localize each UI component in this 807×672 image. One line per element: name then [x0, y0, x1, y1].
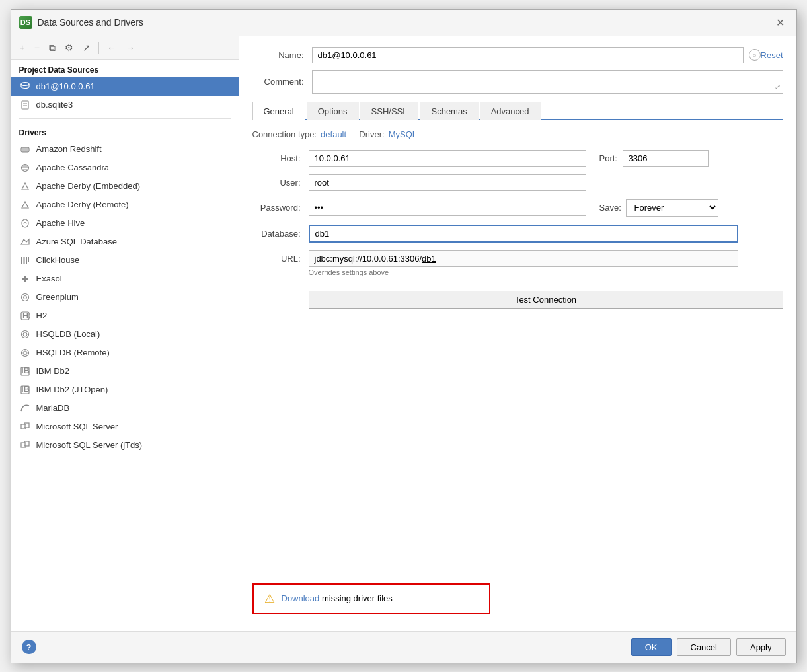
- name-status-indicator: ○: [749, 49, 761, 61]
- driver-apache-hive[interactable]: Apache Hive: [11, 214, 239, 233]
- url-db-part: db1: [422, 254, 436, 264]
- download-warning-banner: ⚠ Download missing driver files: [252, 583, 490, 614]
- bottom-bar: ? OK Cancel Apply: [11, 631, 796, 663]
- driver-mariadb[interactable]: MariaDB: [11, 399, 239, 418]
- driver-apache-cassandra[interactable]: Apache Cassandra: [11, 159, 239, 177]
- export-button[interactable]: ↗: [79, 40, 94, 55]
- comment-input[interactable]: [312, 70, 783, 94]
- driver-derby-rem-label: Apache Derby (Remote): [36, 200, 129, 209]
- remove-button[interactable]: −: [31, 40, 43, 55]
- user-input[interactable]: [309, 174, 586, 191]
- tab-schemas[interactable]: Schemas: [420, 102, 478, 120]
- driver-amazon-redshift[interactable]: Amazon Redshift: [11, 140, 239, 159]
- driver-cassandra-label: Apache Cassandra: [36, 163, 110, 172]
- driver-ibm-db2-jtopen-label: IBM Db2 (JTOpen): [36, 385, 108, 394]
- password-row: Password: Save: Forever Until restart Ne…: [252, 199, 783, 217]
- url-display: jdbc:mysql://10.0.0.61:3306/db1: [309, 250, 738, 267]
- database-label: Database:: [252, 229, 309, 239]
- driver-mssql[interactable]: Microsoft SQL Server: [11, 418, 239, 436]
- test-connection-button[interactable]: Test Connection: [309, 291, 783, 309]
- tab-ssh-ssl[interactable]: SSH/SSL: [360, 102, 419, 120]
- driver-ibm-db2[interactable]: IBM IBM Db2: [11, 362, 239, 381]
- section-divider: [19, 118, 231, 119]
- port-label: Port:: [599, 153, 623, 163]
- dialog-title: Data Sources and Drivers: [38, 17, 143, 28]
- driver-exasol[interactable]: Exasol: [11, 270, 239, 288]
- tab-options[interactable]: Options: [307, 102, 359, 120]
- port-input[interactable]: [623, 150, 709, 167]
- settings-button[interactable]: ⚙: [61, 40, 77, 55]
- save-label: Save:: [599, 203, 626, 213]
- apply-button[interactable]: Apply: [736, 638, 786, 656]
- database-input[interactable]: [309, 225, 738, 243]
- project-item-sqlite[interactable]: db.sqlite3: [11, 96, 239, 114]
- project-item-sqlite-label: db.sqlite3: [36, 100, 73, 110]
- url-base: jdbc:mysql://10.0.0.61:3306/: [315, 254, 422, 264]
- tab-general[interactable]: General: [252, 102, 305, 120]
- host-row: Host: Port:: [252, 150, 783, 167]
- driver-hsqldb-local[interactable]: HSQLDB (Local): [11, 325, 239, 344]
- name-input-wrap: ○: [312, 47, 761, 63]
- comment-wrap: ⤢: [312, 70, 783, 94]
- driver-azure-label: Azure SQL Database: [36, 237, 117, 246]
- tab-advanced[interactable]: Advanced: [480, 102, 541, 120]
- svg-rect-12: [21, 257, 22, 264]
- hsqldb-remote-icon: [19, 347, 31, 359]
- clickhouse-icon: [19, 254, 31, 266]
- connection-type-value[interactable]: default: [321, 130, 346, 139]
- driver-ibm-db2-jtopen[interactable]: IBM IBM Db2 (JTOpen): [11, 381, 239, 399]
- host-input[interactable]: [309, 150, 586, 167]
- driver-azure-sql[interactable]: Azure SQL Database: [11, 233, 239, 251]
- expand-icon: ⤢: [775, 83, 781, 91]
- svg-point-0: [21, 82, 29, 85]
- download-link[interactable]: Download: [282, 593, 320, 603]
- driver-value[interactable]: MySQL: [389, 130, 417, 139]
- driver-clickhouse[interactable]: ClickHouse: [11, 251, 239, 270]
- add-button[interactable]: +: [17, 40, 28, 55]
- driver-hsqldb-remote-label: HSQLDB (Remote): [36, 348, 110, 357]
- back-button[interactable]: ←: [104, 40, 120, 55]
- driver-mssql-jdbc-label: Microsoft SQL Server (jTds): [36, 440, 143, 450]
- driver-apache-derby-remote[interactable]: Apache Derby (Remote): [11, 196, 239, 214]
- driver-hsqldb-remote[interactable]: HSQLDB (Remote): [11, 344, 239, 362]
- ok-button[interactable]: OK: [631, 638, 672, 656]
- db1-icon: [19, 81, 31, 93]
- name-input[interactable]: [312, 47, 744, 63]
- connection-type-label: Connection type:: [252, 130, 317, 139]
- cancel-button[interactable]: Cancel: [677, 638, 731, 656]
- driver-label: Driver:: [359, 130, 384, 139]
- driver-mssql-label: Microsoft SQL Server: [36, 422, 118, 431]
- forward-button[interactable]: →: [122, 40, 138, 55]
- user-label: User:: [252, 178, 309, 188]
- password-label: Password:: [252, 203, 309, 213]
- svg-rect-1: [22, 101, 28, 109]
- driver-mssql-jdbc[interactable]: Microsoft SQL Server (jTds): [11, 436, 239, 455]
- copy-button[interactable]: ⧉: [46, 40, 59, 56]
- svg-rect-33: [24, 441, 29, 446]
- name-row: Name: ○ Reset: [252, 47, 783, 63]
- close-button[interactable]: ✕: [772, 15, 788, 30]
- svg-rect-30: [21, 424, 26, 429]
- user-row: User:: [252, 174, 783, 191]
- toolbar-separator: [98, 42, 99, 54]
- reset-link[interactable]: Reset: [761, 50, 783, 60]
- hive-icon: [19, 217, 31, 229]
- svg-point-18: [21, 293, 28, 301]
- driver-greenplum[interactable]: Greenplum: [11, 288, 239, 307]
- project-item-db1[interactable]: db1@10.0.0.61: [11, 77, 239, 96]
- driver-apache-derby-embedded[interactable]: Apache Derby (Embedded): [11, 177, 239, 196]
- h2-icon: H2: [19, 310, 31, 322]
- tabs-bar: General Options SSH/SSL Schemas Advanced: [252, 100, 783, 120]
- password-input[interactable]: [309, 200, 586, 216]
- save-select[interactable]: Forever Until restart Never: [626, 199, 718, 217]
- help-button[interactable]: ?: [22, 640, 36, 654]
- project-item-db1-label: db1@10.0.0.61: [36, 81, 95, 91]
- driver-h2[interactable]: H2 H2: [11, 307, 239, 325]
- svg-rect-15: [28, 257, 29, 262]
- svg-point-19: [23, 295, 26, 299]
- driver-clickhouse-label: ClickHouse: [36, 255, 80, 265]
- azure-icon: [19, 236, 31, 248]
- driver-greenplum-label: Greenplum: [36, 292, 79, 302]
- svg-rect-13: [23, 257, 24, 264]
- svg-text:IBM: IBM: [21, 385, 30, 394]
